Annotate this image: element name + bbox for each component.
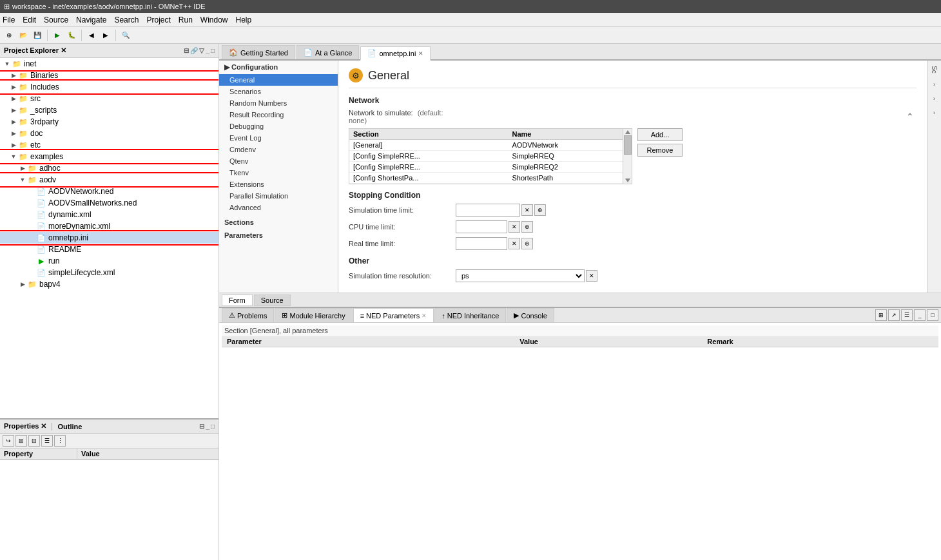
config-nav-event-log[interactable]: Event Log <box>219 132 338 144</box>
network-collapse-btn[interactable]: ⌃ <box>904 110 917 123</box>
tree-item-doc[interactable]: ▶ 📁 doc <box>0 128 218 139</box>
config-nav-result-recording[interactable]: Result Recording <box>219 109 338 121</box>
toolbar-debug-btn[interactable]: 🐛 <box>65 29 78 42</box>
bottom-tabs-maximize-btn[interactable]: □ <box>927 309 938 321</box>
config-nav-tkenv[interactable]: Tkenv <box>219 167 338 179</box>
toolbar-run-btn[interactable]: ▶ <box>51 29 64 42</box>
toggle-adhoc[interactable]: ▶ <box>18 165 27 171</box>
config-nav-random-numbers[interactable]: Random Numbers <box>219 97 338 109</box>
bottom-tab-ned-parameters[interactable]: ≡ NED Parameters ✕ <box>353 308 434 322</box>
real-time-limit-expand-btn[interactable]: ⊛ <box>521 238 533 249</box>
sim-time-resolution-clear-btn[interactable]: ✕ <box>586 270 597 282</box>
tree-item-simplelifecycle[interactable]: 📄 simpleLifecycle.xml <box>0 267 218 278</box>
table-row[interactable]: [Config SimpleRRE... SimpleRREQ <box>349 151 632 162</box>
editor-footer-tab-form[interactable]: Form <box>222 294 253 306</box>
form-area[interactable]: ⚙ General Network Network to simulate: (… <box>338 61 927 293</box>
sim-time-limit-input[interactable] <box>456 204 520 217</box>
toolbar-forward-btn[interactable]: ▶ <box>99 29 112 42</box>
config-nav-advanced[interactable]: Advanced <box>219 202 338 213</box>
tree-item-etc[interactable]: ▶ 📁 etc <box>0 139 218 151</box>
editor-footer-tab-source[interactable]: Source <box>254 294 291 306</box>
cpu-time-limit-expand-btn[interactable]: ⊛ <box>521 221 533 233</box>
toggle-examples[interactable]: ▼ <box>9 153 18 160</box>
config-nav-general[interactable]: General <box>219 74 338 86</box>
tab-getting-started[interactable]: 🏠 Getting Started <box>222 45 295 59</box>
config-nav-configuration[interactable]: ▶ Configuration <box>219 61 338 74</box>
tree-item-omnetpp[interactable]: 📄 omnetpp.ini <box>0 232 218 244</box>
add-btn[interactable]: Add... <box>637 128 683 141</box>
toggle-src[interactable]: ▶ <box>9 95 18 102</box>
tree-area[interactable]: ▼ 📁 inet ▶ 📁 Binaries ▶ 📁 Includes ▶ 📁 s… <box>0 58 218 418</box>
real-time-limit-clear-btn[interactable]: ✕ <box>509 238 520 249</box>
config-nav-qtenv[interactable]: Qtenv <box>219 155 338 167</box>
props-tool-4[interactable]: ☰ <box>41 435 53 447</box>
menu-edit[interactable]: Edit <box>23 15 36 24</box>
cpu-time-limit-input[interactable] <box>456 220 507 233</box>
bottom-tabs-btn-1[interactable]: ⊞ <box>875 309 887 321</box>
panel-minimize-icon[interactable]: _ <box>206 47 209 54</box>
toolbar-save-btn[interactable]: 💾 <box>31 29 44 42</box>
table-scrollbar[interactable] <box>623 129 632 184</box>
config-nav-scenarios[interactable]: Scenarios <box>219 86 338 97</box>
link-with-editor-icon[interactable]: 🔗 <box>190 47 198 54</box>
panel-menu-icon[interactable]: ▽ <box>199 47 204 54</box>
network-table-container[interactable]: Section Name [General] AODVNetwork <box>349 128 632 184</box>
props-tool-5[interactable]: ⋮ <box>54 435 66 447</box>
tree-item-src[interactable]: ▶ 📁 src <box>0 93 218 104</box>
menu-file[interactable]: File <box>3 15 15 24</box>
config-nav-cmdenv[interactable]: Cmdenv <box>219 144 338 155</box>
tab-at-a-glance[interactable]: 📄 At a Glance <box>296 45 359 59</box>
tree-item-examples[interactable]: ▼ 📁 examples <box>0 151 218 162</box>
tab-omnetpp-ini[interactable]: 📄 omnetpp.ini ✕ <box>360 46 431 61</box>
config-nav-parameters[interactable]: Parameters <box>219 229 338 242</box>
collapse-all-icon[interactable]: ⊟ <box>184 47 189 54</box>
tree-item-run[interactable]: ▶ run <box>0 255 218 267</box>
tree-item-includes[interactable]: ▶ 📁 Includes <box>0 81 218 93</box>
menu-help[interactable]: Help <box>236 15 252 24</box>
table-row[interactable]: [Config SimpleRRE... SimpleRREQ2 <box>349 162 632 173</box>
scroll-thumb[interactable] <box>624 135 632 155</box>
sim-time-limit-clear-btn[interactable]: ✕ <box>521 204 533 216</box>
right-sidebar-btn-3[interactable]: › <box>929 107 940 119</box>
cpu-time-limit-clear-btn[interactable]: ✕ <box>509 221 520 233</box>
bottom-tabs-btn-2[interactable]: ↗ <box>888 309 900 321</box>
tree-item-3rdparty[interactable]: ▶ 📁 3rdparty <box>0 116 218 128</box>
bottom-max-icon[interactable]: □ <box>211 423 215 430</box>
toggle-doc[interactable]: ▶ <box>9 130 18 137</box>
tab-ini-close[interactable]: ✕ <box>418 50 423 57</box>
toggle-inet[interactable]: ▼ <box>3 61 12 67</box>
scroll-up-arrow[interactable] <box>625 130 630 134</box>
bottom-tab-module-hierarchy[interactable]: ⊞ Module Hierarchy <box>275 308 352 322</box>
tree-item-aodv[interactable]: ▼ 📁 aodv <box>0 174 218 186</box>
toolbar-back-btn[interactable]: ◀ <box>85 29 98 42</box>
config-nav-sections[interactable]: Sections <box>219 216 338 229</box>
toolbar-new-btn[interactable]: ⊕ <box>3 29 15 42</box>
scroll-down-arrow[interactable] <box>625 179 630 182</box>
tree-item-binaries[interactable]: ▶ 📁 Binaries <box>0 70 218 81</box>
bottom-tab-ned-inheritance[interactable]: ↑ NED Inheritance <box>434 308 506 322</box>
toggle-binaries[interactable]: ▶ <box>9 72 18 79</box>
right-sidebar-btn-1[interactable]: › <box>929 79 940 90</box>
toggle-bapv4[interactable]: ▶ <box>18 281 27 287</box>
toolbar-open-btn[interactable]: 📂 <box>17 29 30 42</box>
bottom-tabs-minimize-btn[interactable]: _ <box>914 309 926 321</box>
toggle-3rdparty[interactable]: ▶ <box>9 119 18 125</box>
tree-item-dynamic[interactable]: 📄 dynamic.xml <box>0 209 218 220</box>
sim-time-limit-expand-btn[interactable]: ⊛ <box>534 204 546 216</box>
tree-item-inet[interactable]: ▼ 📁 inet <box>0 58 218 70</box>
menu-source[interactable]: Source <box>44 15 68 24</box>
tree-item-bapv4[interactable]: ▶ 📁 bapv4 <box>0 278 218 290</box>
props-tool-1[interactable]: ↪ <box>3 435 14 447</box>
tree-item-scripts[interactable]: ▶ 📁 _scripts <box>0 104 218 116</box>
menu-run[interactable]: Run <box>179 15 193 24</box>
bottom-filter-icon[interactable]: ⊟ <box>199 423 204 430</box>
bottom-tab-problems[interactable]: ⚠ Problems <box>222 308 274 322</box>
toggle-scripts[interactable]: ▶ <box>9 107 18 113</box>
sim-time-resolution-select[interactable]: ps ns us ms s <box>456 269 585 282</box>
props-tool-3[interactable]: ⊟ <box>28 435 40 447</box>
bottom-menu-icon[interactable]: _ <box>206 423 209 430</box>
props-tool-2[interactable]: ⊞ <box>15 435 27 447</box>
tree-item-aodvnetwork[interactable]: 📄 AODVNetwork.ned <box>0 186 218 197</box>
bottom-tab-console[interactable]: ▶ Console <box>507 308 554 322</box>
config-nav-parallel-simulation[interactable]: Parallel Simulation <box>219 190 338 202</box>
